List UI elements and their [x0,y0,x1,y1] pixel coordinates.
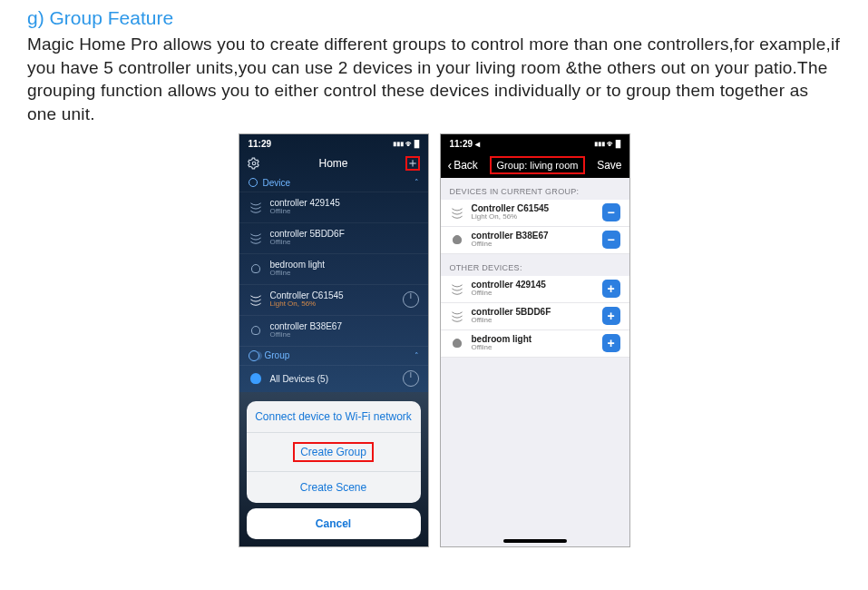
section-label-other: OTHER DEVICES: [441,254,629,276]
bulb-icon [450,336,464,350]
remove-button[interactable]: − [602,231,620,249]
bulb-icon [249,371,263,386]
bulb-icon [249,261,263,276]
group-row-all-devices[interactable]: All Devices (5) [239,366,428,393]
power-icon[interactable] [403,370,419,387]
back-button[interactable]: ‹ Back [448,158,478,172]
device-row[interactable]: controller 5BDD6F Offline [239,223,428,254]
group-title[interactable]: Group: living room [490,156,586,174]
device-section-label: Device [263,178,291,188]
bulb-icon [249,323,263,338]
chevron-up-icon: ˄ [414,178,419,187]
action-sheet: Connect device to Wi-Fi network Create G… [239,392,428,546]
device-name: controller B38E67 [270,321,419,331]
remove-button[interactable]: − [602,203,620,221]
other-device-row: controller 429145 Offline + [441,276,629,303]
sheet-cancel[interactable]: Cancel [247,508,421,539]
device-status: Offline [270,270,419,278]
device-row[interactable]: bedroom light Offline [239,254,428,285]
other-device-row: bedroom light Offline + [441,330,629,358]
sheet-create-group-label: Create Group [293,442,374,462]
status-icons: ▮▮▮ ᯤ ▇ [393,139,419,149]
device-status: Light On, 56% [472,213,602,221]
group-section-icon [249,350,259,361]
device-status: Offline [270,239,419,247]
status-icons: ▮▮▮ ᯤ ▇ [594,139,620,149]
device-row[interactable]: controller 429145 Offline [239,192,428,223]
sheet-create-scene[interactable]: Create Scene [247,472,421,503]
screenshots-row: 11:29 ▮▮▮ ᯤ ▇ Home ＋ Device ˄ [27,133,841,547]
led-strip-icon [450,309,464,323]
sheet-create-group[interactable]: Create Group [247,433,421,472]
phone-home-screen: 11:29 ▮▮▮ ᯤ ▇ Home ＋ Device ˄ [239,133,429,547]
led-strip-icon [249,231,263,245]
power-icon[interactable] [403,291,419,308]
all-devices-label: All Devices (5) [270,374,403,384]
bulb-icon [450,232,464,247]
group-device-row: controller B38E67 Offline − [441,227,629,254]
led-strip-icon [249,292,263,307]
phone-group-edit-screen: 11:29 ◂ ▮▮▮ ᯤ ▇ ‹ Back Group: living roo… [440,133,630,547]
sheet-connect-wifi[interactable]: Connect device to Wi-Fi network [247,401,421,433]
device-name: bedroom light [270,260,419,270]
device-section-icon [249,178,258,187]
led-strip-icon [450,281,464,296]
device-status: Offline [270,208,419,216]
led-strip-icon [450,205,464,220]
device-status: Light On, 56% [270,300,403,309]
group-device-row: Controller C61545 Light On, 56% − [441,200,629,227]
chevron-left-icon: ‹ [448,158,453,172]
save-button[interactable]: Save [597,159,621,172]
section-heading: g) Group Feature [27,7,841,29]
group-section-label: Group [265,350,290,360]
device-status: Offline [472,344,602,352]
app-header: Home ＋ [239,151,428,174]
section-body: Magic Home Pro allows you to create diff… [27,33,841,126]
device-status: Offline [472,290,602,298]
device-name: controller 5BDD6F [270,229,419,239]
device-row[interactable]: controller B38E67 Offline [239,316,428,347]
section-group[interactable]: Group ˄ [239,347,428,366]
chevron-up-icon: ˄ [414,351,419,360]
add-button[interactable]: + [602,280,620,298]
app-header: ‹ Back Group: living room Save [441,152,629,178]
gear-icon[interactable] [247,156,261,171]
status-time: 11:29 [249,139,272,149]
section-label-in-group: DEVICES IN CURRENT GROUP: [441,178,629,200]
add-button[interactable]: + [602,307,620,325]
header-title: Home [318,157,347,170]
device-status: Offline [472,317,602,325]
status-bar: 11:29 ▮▮▮ ᯤ ▇ [239,134,428,151]
device-status: Offline [270,331,419,339]
svg-point-0 [252,162,256,165]
device-row[interactable]: Controller C61545 Light On, 56% [239,285,428,316]
section-device[interactable]: Device ˄ [239,174,428,192]
status-time: 11:29 ◂ [450,139,480,149]
home-indicator [503,539,567,543]
status-bar: 11:29 ◂ ▮▮▮ ᯤ ▇ [441,134,629,152]
back-label: Back [454,159,478,172]
add-icon[interactable]: ＋ [405,156,420,171]
led-strip-icon [249,200,263,214]
other-device-row: controller 5BDD6F Offline + [441,303,629,330]
device-status: Offline [472,241,602,249]
add-button[interactable]: + [602,334,620,352]
device-name: controller 429145 [270,198,419,208]
